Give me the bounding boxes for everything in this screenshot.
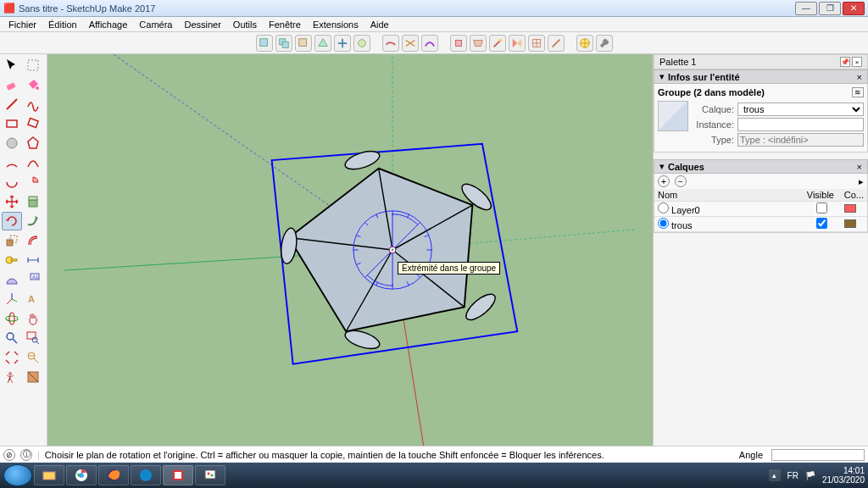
layer-visible-checkbox[interactable] xyxy=(816,202,827,214)
wrench-icon[interactable] xyxy=(596,35,613,52)
previous-view-icon[interactable] xyxy=(23,348,43,367)
rotated-rect-icon[interactable] xyxy=(23,114,43,133)
tape-icon[interactable] xyxy=(2,251,22,269)
pushpull-icon[interactable] xyxy=(23,192,43,211)
layer-color-swatch[interactable] xyxy=(844,219,856,228)
taskbar-explorer-icon[interactable] xyxy=(34,465,64,485)
sandbox-flip-icon[interactable] xyxy=(509,35,526,52)
offset-icon[interactable] xyxy=(23,231,43,250)
zoom-extents-icon[interactable] xyxy=(2,348,22,367)
taskbar-firefox-icon[interactable] xyxy=(98,465,129,485)
axes-icon[interactable] xyxy=(2,290,22,308)
solid-outer-icon[interactable] xyxy=(353,35,370,52)
close-button[interactable]: ✕ xyxy=(843,2,865,15)
minimize-button[interactable]: — xyxy=(795,2,817,15)
dimension-icon[interactable] xyxy=(23,251,43,269)
menu-affichage[interactable]: Affichage xyxy=(84,19,133,30)
taskbar-paint-icon[interactable] xyxy=(195,465,225,485)
solid-union-icon[interactable] xyxy=(256,35,273,52)
arc2pt-icon[interactable] xyxy=(23,153,43,172)
menu-fichier[interactable]: Fichier xyxy=(3,19,42,30)
compass-icon[interactable] xyxy=(576,35,593,52)
rotate-icon[interactable] xyxy=(2,212,22,230)
col-visible[interactable]: Visible xyxy=(804,189,841,202)
solid-trim-icon[interactable] xyxy=(314,35,331,52)
position-camera-icon[interactable] xyxy=(2,368,22,386)
paintbucket-icon[interactable] xyxy=(23,75,43,94)
polygon-icon[interactable] xyxy=(23,134,43,152)
entity-options-icon[interactable]: ≋ xyxy=(852,87,864,97)
move-icon[interactable] xyxy=(2,192,22,211)
start-button[interactable] xyxy=(3,464,32,486)
layer-active-radio[interactable] xyxy=(658,202,669,214)
col-color[interactable]: Co... xyxy=(841,189,867,202)
layer-visible-checkbox[interactable] xyxy=(816,218,827,229)
palette-close-icon[interactable]: × xyxy=(852,57,862,67)
sandbox-scratch-icon[interactable] xyxy=(402,35,419,52)
rectangle-icon[interactable] xyxy=(2,114,22,133)
sandbox-stamp-icon[interactable] xyxy=(450,35,467,52)
tray-lang[interactable]: FR xyxy=(787,471,798,480)
pie-icon[interactable] xyxy=(23,173,43,191)
menu-outils[interactable]: Outils xyxy=(228,19,262,30)
solid-split-icon[interactable] xyxy=(334,35,351,52)
menu-extensions[interactable]: Extensions xyxy=(308,19,364,30)
col-name[interactable]: Nom xyxy=(654,189,804,202)
select-icon[interactable] xyxy=(2,56,22,75)
palette-header[interactable]: Palette 1 📌 × xyxy=(654,54,868,69)
taskbar-chrome-icon[interactable] xyxy=(66,465,97,485)
maximize-button[interactable]: ❐ xyxy=(819,2,841,15)
sandbox-drape-icon[interactable] xyxy=(470,35,487,52)
sandbox-contour-icon[interactable] xyxy=(382,35,399,52)
3dtext-icon[interactable]: A xyxy=(23,290,43,308)
menu-edition[interactable]: Édition xyxy=(43,19,82,30)
arc3pt-icon[interactable] xyxy=(2,173,22,191)
layers-close-icon[interactable]: × xyxy=(857,162,862,172)
instance-input[interactable] xyxy=(737,118,864,131)
layer-row[interactable]: trous xyxy=(654,217,867,232)
tray-expand-icon[interactable]: ▴ xyxy=(769,469,781,481)
tray-flag-icon[interactable]: 🏳️ xyxy=(805,471,815,480)
zoom-window-icon[interactable] xyxy=(23,329,43,347)
sandbox-detail-icon[interactable] xyxy=(528,35,545,52)
protractor-icon[interactable] xyxy=(2,270,22,289)
entity-info-header[interactable]: ▾ Infos sur l'entité × xyxy=(654,69,868,84)
sandbox-add-icon[interactable] xyxy=(489,35,506,52)
menu-aide[interactable]: Aide xyxy=(365,19,394,30)
layer-select[interactable]: trous xyxy=(737,103,864,116)
tray-clock[interactable]: 14:01 21/03/2020 xyxy=(822,466,865,485)
line-icon[interactable] xyxy=(2,95,22,114)
credits-icon[interactable]: ⓘ xyxy=(20,449,32,461)
taskbar-sketchup-icon[interactable] xyxy=(163,465,193,485)
orbit-icon[interactable] xyxy=(2,309,22,328)
remove-layer-icon[interactable]: − xyxy=(675,175,687,187)
layer-active-radio[interactable] xyxy=(658,218,669,229)
pin-icon[interactable]: 📌 xyxy=(840,57,850,67)
sandbox-edge-icon[interactable] xyxy=(548,35,565,52)
angle-input[interactable] xyxy=(771,449,865,461)
layers-menu-icon[interactable]: ▸ xyxy=(859,176,864,187)
text-icon[interactable]: A1 xyxy=(23,270,43,289)
arc-icon[interactable] xyxy=(2,153,22,172)
viewport[interactable]: Extrémité dans le groupe xyxy=(47,54,653,446)
geo-icon[interactable]: ⊘ xyxy=(3,449,15,461)
component-icon[interactable] xyxy=(23,56,43,75)
sandbox-smoove-icon[interactable] xyxy=(421,35,438,52)
menu-camera[interactable]: Caméra xyxy=(134,19,177,30)
add-layer-icon[interactable]: + xyxy=(658,175,670,187)
solid-intersect-icon[interactable] xyxy=(275,35,292,52)
layer-color-swatch[interactable] xyxy=(844,204,856,213)
entity-info-close-icon[interactable]: × xyxy=(857,72,862,82)
pan-icon[interactable] xyxy=(23,309,43,328)
scale-icon[interactable] xyxy=(2,231,22,250)
menu-dessiner[interactable]: Dessiner xyxy=(179,19,225,30)
followme-icon[interactable] xyxy=(23,212,43,230)
circle-icon[interactable] xyxy=(2,134,22,152)
layers-header[interactable]: ▾ Calques × xyxy=(654,159,868,174)
zoom-icon[interactable] xyxy=(2,329,22,347)
freehand-icon[interactable] xyxy=(23,95,43,114)
menu-fenetre[interactable]: Fenêtre xyxy=(264,19,306,30)
taskbar-app-icon[interactable] xyxy=(131,465,161,485)
eraser-icon[interactable] xyxy=(2,75,22,94)
solid-subtract-icon[interactable] xyxy=(295,35,312,52)
